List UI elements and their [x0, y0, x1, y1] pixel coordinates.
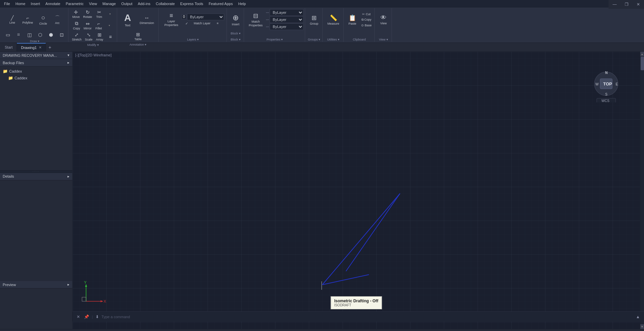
tree-item-caddex-1[interactable]: 📁 Caddex [1, 68, 71, 75]
compass[interactable]: N S E W TOP WCS [593, 69, 620, 96]
scroll-track[interactable] [640, 56, 644, 324]
block-group: ⊕ Insert Block ▾ Block ▾ [227, 8, 244, 42]
menu-output[interactable]: Output [118, 1, 135, 6]
stretch-icon: ⤢ [75, 32, 79, 37]
trim-icon: ✂ [97, 9, 101, 15]
win-restore-button[interactable]: ❐ [621, 0, 633, 9]
win-close-button[interactable]: ✕ [633, 0, 644, 9]
menu-featured[interactable]: Featured Apps [206, 1, 236, 6]
cmd-close-button[interactable]: ✕ [75, 314, 81, 320]
polyline-icon: ⌐ [26, 15, 29, 21]
draw-boundary-button[interactable]: ⬡ [35, 31, 45, 38]
preview-header[interactable]: Preview ▸ [0, 281, 72, 288]
lineweight-dropdown[interactable]: ByLayer [270, 23, 303, 30]
view-button[interactable]: 👁 View [377, 9, 390, 30]
paste-button[interactable]: 📋 Paste [346, 9, 359, 30]
layer-props-button[interactable]: ≡ LayerProperties [162, 9, 181, 30]
match-layer-button[interactable]: Match Layer [192, 21, 212, 26]
layer-name-dropdown[interactable]: ByLayer [187, 14, 224, 20]
draw-region-button[interactable]: ⬢ [46, 31, 56, 38]
tab-add-button[interactable]: + [46, 43, 54, 51]
insert-button[interactable]: ⊕ Insert [229, 9, 242, 30]
menu-collaborate[interactable]: Collaborate [153, 1, 178, 6]
trim-dd-button[interactable]: ▾ [105, 12, 115, 16]
tooltip-title: Isometric Drafting - Off [334, 299, 378, 303]
menu-addins[interactable]: Add-ins [135, 1, 153, 6]
clipboard-label: Clipboard [353, 37, 366, 41]
make-current-button[interactable]: ✓ [182, 21, 192, 26]
trim-label: Trim [96, 15, 102, 19]
viewport-wrapper: [-][Top][2D Wireframe] [73, 52, 644, 329]
fillet-dd-button[interactable]: ▾ [104, 23, 114, 28]
menu-annotate[interactable]: Annotate [43, 1, 63, 6]
measure-button[interactable]: 📏 Measure [325, 9, 342, 30]
text-button[interactable]: A Text [119, 9, 136, 30]
cmd-chevron[interactable]: ⬇ [94, 314, 100, 320]
scroll-thumb[interactable] [641, 57, 644, 70]
base-button[interactable]: ⊙ Base [360, 23, 373, 28]
command-input[interactable] [102, 315, 633, 319]
viewport[interactable]: [-][Top][2D Wireframe] [73, 52, 640, 329]
rotate-button[interactable]: ↻ Rotate [82, 9, 93, 19]
tab-drawing1-close[interactable]: ✕ [39, 46, 42, 49]
tab-start[interactable]: Start [1, 43, 17, 51]
tree-item-caddex-2[interactable]: 📁 Caddex [1, 75, 71, 81]
copy-label: Copy [73, 27, 80, 30]
dimension-button[interactable]: ↔ Dimension [137, 9, 157, 30]
group-button[interactable]: ⊞ Group [307, 9, 321, 30]
copy-button[interactable]: ⧉ Copy [72, 20, 82, 31]
modify-group: ✛ Move ↻ Rotate ✂ Trim ▾ ⧉ Copy ⇔ Mirror [69, 8, 117, 42]
backup-files-label: Backup Files [3, 61, 24, 65]
modify-label: Modify ▾ [87, 43, 99, 47]
color-dropdown[interactable]: ByLayer [270, 9, 303, 16]
tab-drawing1[interactable]: Drawing1 ✕ [17, 43, 46, 51]
menu-manage[interactable]: Manage [100, 1, 118, 6]
text-icon: A [124, 12, 131, 23]
array-button[interactable]: ⊞ Array [95, 31, 105, 42]
array-icon: ⊞ [98, 32, 102, 37]
win-minimize-button[interactable]: — [609, 0, 621, 9]
draw-hatch-button[interactable]: ⌗ [14, 31, 24, 38]
right-scrollbar[interactable]: ▲ ▼ [640, 52, 644, 329]
details-header[interactable]: Details ▸ [0, 173, 72, 180]
menu-parametric[interactable]: Parametric [63, 1, 86, 6]
dimension-icon: ↔ [144, 15, 150, 21]
cmd-pin-button[interactable]: 📌 [83, 314, 90, 320]
trim-button[interactable]: ✂ Trim [94, 9, 104, 19]
menu-help[interactable]: Help [236, 1, 249, 6]
menu-home[interactable]: Home [13, 1, 28, 6]
fillet-button[interactable]: ⌐ Fillet [93, 20, 104, 31]
mirror-button[interactable]: ⇔ Mirror [82, 20, 93, 31]
insert-label: Insert [232, 23, 240, 26]
stretch-button[interactable]: ⤢ Stretch [71, 31, 83, 42]
scroll-up-button[interactable]: ▲ [640, 52, 644, 56]
linetype-dropdown[interactable]: ByLayer [270, 16, 303, 23]
circle-button[interactable]: ○ Circle [36, 9, 50, 30]
copy-clipboard-button[interactable]: ⧉ Copy [360, 17, 373, 22]
table-button[interactable]: ⊞ Table [133, 31, 143, 42]
cut-button[interactable]: ✂ Cut [360, 12, 373, 17]
drawing-recovery-arrow: ▾ [68, 53, 70, 57]
line-button[interactable]: ╱ Line [5, 9, 19, 30]
menu-view[interactable]: View [86, 1, 100, 6]
menu-file[interactable]: File [1, 1, 13, 6]
scroll-down-button[interactable]: ▼ [640, 324, 644, 329]
menu-express[interactable]: Express Tools [178, 1, 206, 6]
match-props-button[interactable]: ⊟ MatchProperties [246, 9, 265, 30]
more-layers-button[interactable]: ≡ [213, 21, 223, 26]
panel-divider-1[interactable]: ····· [0, 170, 72, 173]
draw-gradient-button[interactable]: ◫ [24, 31, 34, 38]
drawing-recovery-header[interactable]: DRAWING RECOVERY MANA... ▾ [0, 52, 72, 59]
scale-button[interactable]: ⤡ Scale [84, 31, 94, 42]
arc-button[interactable]: ⌒ Arc [51, 9, 64, 30]
view-label: View [380, 22, 386, 25]
move-button[interactable]: ✛ Move [71, 9, 81, 19]
draw-rect-button[interactable]: ▭ [3, 31, 13, 38]
polyline-button[interactable]: ⌐ Polyline [20, 9, 36, 30]
menu-insert[interactable]: Insert [28, 1, 43, 6]
more-modify-button[interactable]: ≡ [105, 33, 115, 40]
cmd-expand-button[interactable]: ▲ [635, 314, 641, 320]
viewport-label: [-][Top][2D Wireframe] [75, 53, 112, 57]
backup-files-header[interactable]: Backup Files ▸ [0, 59, 72, 67]
draw-wipeout-button[interactable]: ⊡ [57, 31, 67, 38]
